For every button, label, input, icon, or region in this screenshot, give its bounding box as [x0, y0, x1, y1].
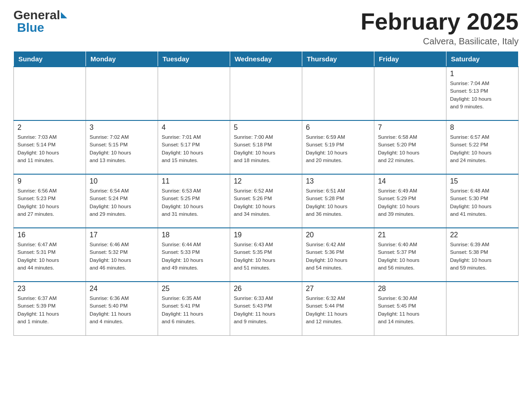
calendar-cell: 25Sunrise: 6:35 AMSunset: 5:41 PMDayligh…	[158, 282, 230, 335]
day-info: Sunrise: 6:59 AMSunset: 5:19 PMDaylight:…	[306, 133, 370, 164]
week-row-5: 23Sunrise: 6:37 AMSunset: 5:39 PMDayligh…	[14, 282, 519, 335]
day-info: Sunrise: 7:01 AMSunset: 5:17 PMDaylight:…	[162, 133, 226, 164]
calendar-cell: 6Sunrise: 6:59 AMSunset: 5:19 PMDaylight…	[302, 120, 374, 174]
calendar-cell: 4Sunrise: 7:01 AMSunset: 5:17 PMDaylight…	[158, 120, 230, 174]
logo: General Blue	[13, 9, 67, 34]
day-info: Sunrise: 6:32 AMSunset: 5:44 PMDaylight:…	[306, 295, 370, 325]
day-number: 15	[450, 177, 515, 185]
day-number: 27	[306, 285, 370, 293]
calendar-cell: 27Sunrise: 6:32 AMSunset: 5:44 PMDayligh…	[302, 282, 374, 335]
day-number: 26	[234, 285, 298, 293]
calendar-cell	[446, 282, 518, 335]
day-number: 16	[17, 231, 82, 239]
week-row-3: 9Sunrise: 6:56 AMSunset: 5:23 PMDaylight…	[14, 174, 519, 228]
calendar-cell: 5Sunrise: 7:00 AMSunset: 5:18 PMDaylight…	[230, 120, 302, 174]
day-number: 24	[90, 285, 154, 293]
day-number: 1	[450, 70, 515, 78]
day-info: Sunrise: 6:58 AMSunset: 5:20 PMDaylight:…	[378, 133, 442, 164]
logo-arrow-icon	[61, 12, 67, 18]
page-header: General Blue February 2025 Calvera, Basi…	[13, 9, 519, 47]
day-number: 9	[17, 177, 82, 185]
calendar-cell: 21Sunrise: 6:40 AMSunset: 5:37 PMDayligh…	[374, 228, 446, 282]
day-number: 7	[378, 124, 442, 132]
day-info: Sunrise: 6:39 AMSunset: 5:38 PMDaylight:…	[450, 241, 515, 272]
calendar-cell: 1Sunrise: 7:04 AMSunset: 5:13 PMDaylight…	[446, 67, 518, 120]
day-info: Sunrise: 6:52 AMSunset: 5:26 PMDaylight:…	[234, 187, 298, 218]
day-info: Sunrise: 6:48 AMSunset: 5:30 PMDaylight:…	[450, 187, 515, 218]
day-number: 22	[450, 231, 515, 239]
calendar-cell	[86, 67, 158, 120]
weekday-header-saturday: Saturday	[446, 51, 518, 67]
calendar-cell: 13Sunrise: 6:51 AMSunset: 5:28 PMDayligh…	[302, 174, 374, 228]
logo-blue-text: Blue	[15, 21, 67, 34]
day-number: 6	[306, 124, 370, 132]
day-number: 17	[90, 231, 154, 239]
calendar-cell: 19Sunrise: 6:43 AMSunset: 5:35 PMDayligh…	[230, 228, 302, 282]
day-info: Sunrise: 6:49 AMSunset: 5:29 PMDaylight:…	[378, 187, 442, 218]
calendar-cell: 23Sunrise: 6:37 AMSunset: 5:39 PMDayligh…	[14, 282, 86, 335]
day-info: Sunrise: 7:00 AMSunset: 5:18 PMDaylight:…	[234, 133, 298, 164]
calendar-cell: 15Sunrise: 6:48 AMSunset: 5:30 PMDayligh…	[446, 174, 518, 228]
calendar-cell: 16Sunrise: 6:47 AMSunset: 5:31 PMDayligh…	[14, 228, 86, 282]
weekday-header-friday: Friday	[374, 51, 446, 67]
day-info: Sunrise: 6:44 AMSunset: 5:33 PMDaylight:…	[162, 241, 226, 272]
calendar-cell: 22Sunrise: 6:39 AMSunset: 5:38 PMDayligh…	[446, 228, 518, 282]
day-number: 5	[234, 124, 298, 132]
week-row-1: 1Sunrise: 7:04 AMSunset: 5:13 PMDaylight…	[14, 67, 519, 120]
weekday-header-tuesday: Tuesday	[158, 51, 230, 67]
calendar-cell: 9Sunrise: 6:56 AMSunset: 5:23 PMDaylight…	[14, 174, 86, 228]
day-info: Sunrise: 6:35 AMSunset: 5:41 PMDaylight:…	[162, 295, 226, 325]
calendar-cell: 14Sunrise: 6:49 AMSunset: 5:29 PMDayligh…	[374, 174, 446, 228]
day-info: Sunrise: 6:54 AMSunset: 5:24 PMDaylight:…	[90, 187, 154, 218]
week-row-2: 2Sunrise: 7:03 AMSunset: 5:14 PMDaylight…	[14, 120, 519, 174]
day-info: Sunrise: 6:36 AMSunset: 5:40 PMDaylight:…	[90, 295, 154, 325]
day-info: Sunrise: 7:04 AMSunset: 5:13 PMDaylight:…	[450, 80, 515, 111]
weekday-header-wednesday: Wednesday	[230, 51, 302, 67]
day-info: Sunrise: 6:53 AMSunset: 5:25 PMDaylight:…	[162, 187, 226, 218]
day-info: Sunrise: 6:33 AMSunset: 5:43 PMDaylight:…	[234, 295, 298, 325]
calendar-cell	[14, 67, 86, 120]
calendar-cell: 28Sunrise: 6:30 AMSunset: 5:45 PMDayligh…	[374, 282, 446, 335]
day-info: Sunrise: 6:46 AMSunset: 5:32 PMDaylight:…	[90, 241, 154, 272]
calendar-cell	[302, 67, 374, 120]
day-info: Sunrise: 6:56 AMSunset: 5:23 PMDaylight:…	[17, 187, 82, 218]
day-number: 19	[234, 231, 298, 239]
day-info: Sunrise: 6:43 AMSunset: 5:35 PMDaylight:…	[234, 241, 298, 272]
day-info: Sunrise: 6:57 AMSunset: 5:22 PMDaylight:…	[450, 133, 515, 164]
day-number: 23	[17, 285, 82, 293]
calendar-cell: 7Sunrise: 6:58 AMSunset: 5:20 PMDaylight…	[374, 120, 446, 174]
calendar-cell: 3Sunrise: 7:02 AMSunset: 5:15 PMDaylight…	[86, 120, 158, 174]
week-row-4: 16Sunrise: 6:47 AMSunset: 5:31 PMDayligh…	[14, 228, 519, 282]
day-number: 4	[162, 124, 226, 132]
day-info: Sunrise: 6:51 AMSunset: 5:28 PMDaylight:…	[306, 187, 370, 218]
title-area: February 2025 Calvera, Basilicate, Italy	[360, 9, 519, 47]
day-number: 21	[378, 231, 442, 239]
day-number: 8	[450, 124, 515, 132]
day-info: Sunrise: 6:42 AMSunset: 5:36 PMDaylight:…	[306, 241, 370, 272]
day-number: 13	[306, 177, 370, 185]
weekday-header-monday: Monday	[86, 51, 158, 67]
day-number: 10	[90, 177, 154, 185]
weekday-header-sunday: Sunday	[14, 51, 86, 67]
calendar-cell: 2Sunrise: 7:03 AMSunset: 5:14 PMDaylight…	[14, 120, 86, 174]
calendar-cell: 26Sunrise: 6:33 AMSunset: 5:43 PMDayligh…	[230, 282, 302, 335]
month-title: February 2025	[360, 9, 519, 34]
day-number: 18	[162, 231, 226, 239]
calendar-cell: 18Sunrise: 6:44 AMSunset: 5:33 PMDayligh…	[158, 228, 230, 282]
location: Calvera, Basilicate, Italy	[360, 36, 519, 47]
calendar-cell	[374, 67, 446, 120]
day-info: Sunrise: 6:37 AMSunset: 5:39 PMDaylight:…	[17, 295, 82, 325]
calendar-cell: 8Sunrise: 6:57 AMSunset: 5:22 PMDaylight…	[446, 120, 518, 174]
calendar-cell	[158, 67, 230, 120]
day-number: 20	[306, 231, 370, 239]
day-info: Sunrise: 6:47 AMSunset: 5:31 PMDaylight:…	[17, 241, 82, 272]
logo-general-text: General	[13, 9, 60, 21]
day-info: Sunrise: 7:02 AMSunset: 5:15 PMDaylight:…	[90, 133, 154, 164]
calendar-cell: 17Sunrise: 6:46 AMSunset: 5:32 PMDayligh…	[86, 228, 158, 282]
calendar-cell: 10Sunrise: 6:54 AMSunset: 5:24 PMDayligh…	[86, 174, 158, 228]
day-number: 14	[378, 177, 442, 185]
day-number: 28	[378, 285, 442, 293]
day-info: Sunrise: 6:40 AMSunset: 5:37 PMDaylight:…	[378, 241, 442, 272]
calendar-cell: 24Sunrise: 6:36 AMSunset: 5:40 PMDayligh…	[86, 282, 158, 335]
day-number: 2	[17, 124, 82, 132]
